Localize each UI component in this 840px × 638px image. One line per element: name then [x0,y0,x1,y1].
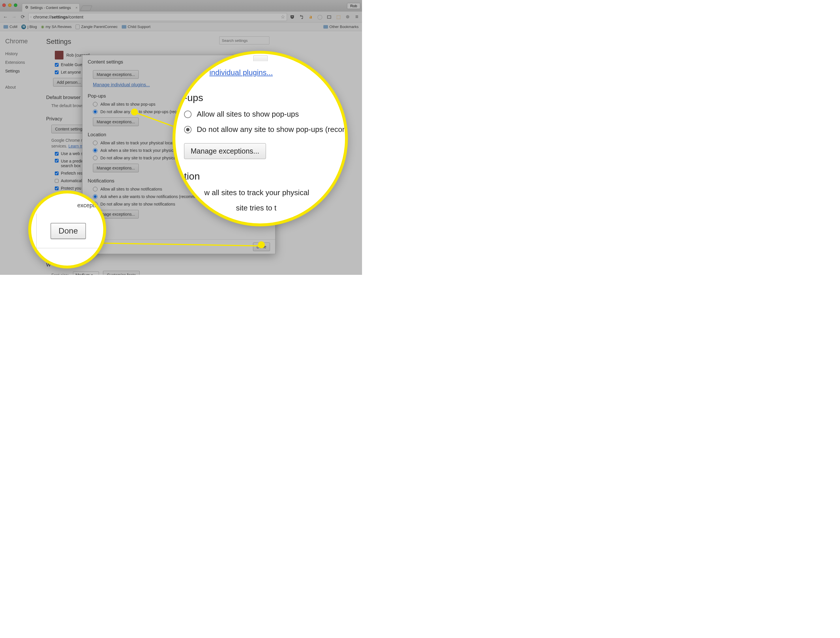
add-person-button[interactable]: Add person... [53,78,85,87]
annotation-dot-2 [258,241,265,248]
annotation-dot-1 [131,109,138,116]
bookmarks-bar: CoM Wj Blog ◉my SA Reviews Zangle Parent… [0,22,362,31]
gear-icon [25,5,28,10]
plugins-exceptions-button[interactable]: Manage exceptions... [93,70,139,79]
profile-switcher-button[interactable]: Rob [347,3,360,9]
bookmark-folder-child[interactable]: Child Support [122,25,151,29]
pocket-icon[interactable] [289,14,295,20]
tab-title: Settings - Content settings [30,6,71,10]
extension-icon-3[interactable]: ☸ [345,14,351,20]
loc-allow-radio[interactable] [93,141,98,145]
font-size-label: Font size: [51,273,69,275]
sidebar-extensions[interactable]: Extensions [5,60,43,65]
bookmark-sa[interactable]: ◉my SA Reviews [41,25,71,29]
zoom-radio-icon [184,111,191,118]
extension-icon-2[interactable]: ⬚ [335,14,341,20]
other-bookmarks[interactable]: Other Bookmarks [324,25,358,29]
sidebar-title: Chrome [5,38,43,45]
back-button[interactable]: ← [2,14,9,20]
zoom-plugins-link: individual plugins... [209,68,273,77]
loc-exceptions-button[interactable]: Manage exceptions... [93,164,139,173]
zoom-manage-exceptions-button: Manage exceptions... [184,143,266,159]
annotation-zoom-done: exceptions... Done [28,190,106,269]
protect-checkbox[interactable] [55,187,58,190]
evernote-icon[interactable] [298,14,304,20]
folder-icon [324,25,328,28]
browser-tab-settings[interactable]: Settings - Content settings × [22,3,80,11]
font-size-select[interactable]: Medium ▾ [73,271,99,275]
notif-allow-radio[interactable] [93,187,98,192]
extension-icon-1[interactable]: ◯ [317,14,323,20]
zoom-popups-heading: -ups [184,92,348,103]
profile-avatar [55,51,63,60]
reload-button[interactable]: ⟳ [20,14,26,20]
webservice-checkbox[interactable] [55,152,58,155]
prefetch-checkbox[interactable] [55,171,58,175]
popups-block-radio[interactable] [93,109,98,114]
zoom-exceptions-btn-fragment [253,55,268,61]
anyone-checkbox[interactable] [55,70,58,74]
popups-allow-radio[interactable] [93,102,98,106]
zoom-location-heading: tion [184,171,348,182]
search-settings-input[interactable] [219,36,269,44]
forward-button: → [11,14,17,20]
webcontent-heading: W [46,262,362,268]
bookmark-zangle[interactable]: Zangle ParentConnec [76,25,117,29]
zoom-done-button: Done [51,223,86,239]
guest-checkbox[interactable] [55,63,58,66]
menu-icon[interactable]: ≡ [354,14,360,20]
prediction-checkbox[interactable] [55,159,58,163]
window-min-yellow[interactable] [8,3,11,7]
bookmark-star-icon[interactable]: ☆ [281,14,285,20]
folder-icon [122,25,126,28]
zoom-popups-block: Do not allow any site to show pop-ups (r… [184,125,348,134]
window-close-red[interactable] [2,3,6,7]
loc-ask-radio[interactable] [93,148,98,153]
page-title: Settings [46,38,71,46]
page-icon: ▫ [30,15,32,19]
annotation-zoom-popups: individual plugins... -ups Allow all sit… [172,51,348,226]
page-icon [76,25,80,29]
bookmark-jblog[interactable]: Wj Blog [21,25,37,29]
sidebar-about[interactable]: About [5,85,43,90]
auto-checkbox[interactable] [55,179,58,183]
loc-block-radio[interactable] [93,155,98,160]
sidebar-settings[interactable]: Settings [5,69,43,73]
globe-icon: ◉ [41,25,44,29]
zoom-radio-selected-icon [184,126,191,133]
zoom-loc-allow: w all sites to track your physical [204,188,348,197]
popups-exceptions-button[interactable]: Manage exceptions... [93,117,139,126]
tab-close-icon[interactable]: × [75,5,77,10]
omnibox[interactable]: ▫ chrome://settings/content ☆ [28,13,287,21]
folder-icon [3,25,8,28]
manage-plugins-link[interactable]: Manage individual plugins... [93,82,150,87]
window-zoom-green[interactable] [14,3,17,7]
new-tab-button[interactable] [80,5,92,11]
amazon-icon[interactable]: a [308,14,314,20]
customize-fonts-button[interactable]: Customize fonts [103,271,139,275]
notif-ask-radio[interactable] [93,194,98,199]
zoom-popups-allow: Allow all sites to show pop-ups [184,110,348,119]
sidebar-history[interactable]: History [5,51,43,56]
bookmark-folder-com[interactable]: CoM [3,25,17,29]
wordpress-icon: W [21,25,26,29]
cast-icon[interactable] [326,14,332,20]
